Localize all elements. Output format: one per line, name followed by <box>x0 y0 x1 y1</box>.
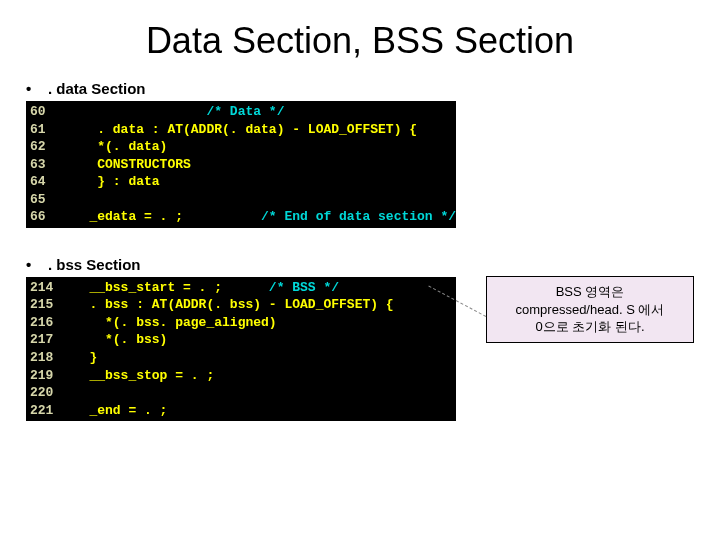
code-text: _end = . ; <box>66 403 167 418</box>
line-number: 64 <box>30 173 66 191</box>
code-text: *(. bss. page_aligned) <box>66 315 277 330</box>
callout-text-2: compressed/head. S 에서 <box>491 301 689 319</box>
code-line: 216 *(. bss. page_aligned) <box>30 314 452 332</box>
code-text: . bss : AT(ADDR(. bss) - LOAD_OFFSET) { <box>66 297 394 312</box>
code-line: 220 <box>30 384 452 402</box>
data-code-block: 60 /* Data */61 . data : AT(ADDR(. data)… <box>26 101 456 228</box>
code-comment: /* Data */ <box>206 104 284 119</box>
code-line: 218 } <box>30 349 452 367</box>
code-line: 63 CONSTRUCTORS <box>30 156 452 174</box>
line-number: 216 <box>30 314 66 332</box>
code-text: . data : AT(ADDR(. data) - LOAD_OFFSET) … <box>66 122 417 137</box>
line-number: 60 <box>30 103 66 121</box>
code-line: 60 /* Data */ <box>30 103 452 121</box>
bss-callout: BSS 영역은 compressed/head. S 에서 0으로 초기화 된다… <box>486 276 694 343</box>
line-number: 220 <box>30 384 66 402</box>
code-line: 221 _end = . ; <box>30 402 452 420</box>
bss-section-label: . bss Section <box>48 256 720 273</box>
code-line: 62 *(. data) <box>30 138 452 156</box>
bss-code-block: 214 __bss_start = . ; /* BSS */215 . bss… <box>26 277 456 421</box>
code-comment: /* End of data section */ <box>261 209 456 224</box>
code-text: __bss_start = . ; <box>66 280 269 295</box>
code-line: 61 . data : AT(ADDR(. data) - LOAD_OFFSE… <box>30 121 452 139</box>
code-line: 215 . bss : AT(ADDR(. bss) - LOAD_OFFSET… <box>30 296 452 314</box>
line-number: 217 <box>30 331 66 349</box>
callout-text-3: 0으로 초기화 된다. <box>491 318 689 336</box>
line-number: 61 <box>30 121 66 139</box>
code-comment: /* BSS */ <box>269 280 339 295</box>
code-text: CONSTRUCTORS <box>66 157 191 172</box>
code-line: 65 <box>30 191 452 209</box>
code-text: _edata = . ; <box>66 209 261 224</box>
code-text: __bss_stop = . ; <box>66 368 214 383</box>
line-number: 62 <box>30 138 66 156</box>
line-number: 219 <box>30 367 66 385</box>
code-line: 217 *(. bss) <box>30 331 452 349</box>
code-line: 64 } : data <box>30 173 452 191</box>
callout-text-1: BSS 영역은 <box>491 283 689 301</box>
code-text: *(. data) <box>66 139 167 154</box>
line-number: 214 <box>30 279 66 297</box>
line-number: 221 <box>30 402 66 420</box>
line-number: 65 <box>30 191 66 209</box>
line-number: 63 <box>30 156 66 174</box>
code-text: } : data <box>66 174 160 189</box>
code-line: 66 _edata = . ; /* End of data section *… <box>30 208 452 226</box>
code-line: 214 __bss_start = . ; /* BSS */ <box>30 279 452 297</box>
code-text <box>66 104 206 119</box>
code-text: } <box>66 350 97 365</box>
code-line: 219 __bss_stop = . ; <box>30 367 452 385</box>
line-number: 215 <box>30 296 66 314</box>
line-number: 66 <box>30 208 66 226</box>
slide-title: Data Section, BSS Section <box>0 0 720 72</box>
data-section-label: . data Section <box>48 80 720 97</box>
line-number: 218 <box>30 349 66 367</box>
code-text: *(. bss) <box>66 332 167 347</box>
